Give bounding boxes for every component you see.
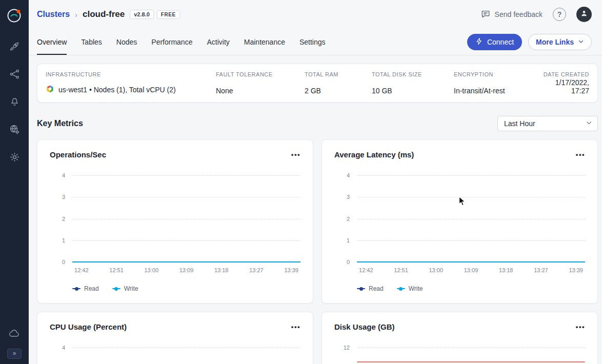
tab-performance[interactable]: Performance bbox=[151, 29, 192, 55]
chart-title: Disk Usage (GB) bbox=[334, 322, 395, 331]
info-col-3: TOTAL DISK SIZE10 GB bbox=[372, 71, 454, 95]
y-tick-label: 0 bbox=[347, 259, 350, 265]
info-label: FAULT TOLERANCE bbox=[216, 71, 305, 77]
breadcrumb-clusters-link[interactable]: Clusters bbox=[37, 10, 70, 19]
x-tick-label: 13:09 bbox=[179, 267, 194, 273]
info-value-text: 10 GB bbox=[372, 87, 392, 95]
legend-item-read[interactable]: Read bbox=[357, 285, 384, 292]
chart-plot bbox=[357, 175, 585, 262]
logo-icon[interactable] bbox=[6, 7, 23, 24]
info-value: 10 GB bbox=[372, 87, 454, 95]
network-icon[interactable] bbox=[4, 64, 25, 84]
info-value: us-west1 • Nodes (1), Total vCPU (2) bbox=[46, 85, 216, 95]
chart-card-3: Disk Usage (GB)•••03691212:4212:5113:001… bbox=[322, 312, 598, 364]
tab-tables[interactable]: Tables bbox=[81, 29, 102, 55]
legend-marker-icon bbox=[397, 288, 405, 289]
info-label: INFRASTRUCTURE bbox=[46, 71, 216, 77]
legend-dot-icon bbox=[114, 287, 118, 291]
gridline bbox=[72, 348, 300, 348]
chart-card-header: Disk Usage (GB)••• bbox=[334, 322, 585, 331]
chart-card-header: CPU Usage (Percent)••• bbox=[50, 322, 300, 331]
chart-legend: ReadWrite bbox=[357, 285, 423, 292]
key-metrics-title: Key Metrics bbox=[37, 119, 83, 128]
send-feedback-label: Send feedback bbox=[495, 10, 543, 18]
tab-overview[interactable]: Overview bbox=[37, 29, 67, 55]
legend-label: Read bbox=[369, 285, 384, 292]
chart-menu-button[interactable]: ••• bbox=[576, 151, 585, 158]
legend-item-read[interactable]: Read bbox=[72, 285, 99, 292]
send-feedback-button[interactable]: Send feedback bbox=[480, 9, 543, 21]
time-range-select[interactable]: Last Hour bbox=[497, 116, 598, 131]
breadcrumb-separator-icon: › bbox=[75, 10, 77, 19]
x-axis-labels: 12:4212:5113:0013:0913:1813:2713:39 bbox=[357, 267, 585, 274]
cluster-name: cloud-free bbox=[83, 9, 125, 19]
info-value-text: us-west1 • Nodes (1), Total vCPU (2) bbox=[58, 86, 176, 94]
chevron-down-icon bbox=[586, 119, 592, 128]
connect-button[interactable]: Connect bbox=[467, 34, 522, 50]
info-value: 1/17/2022, 17:27 bbox=[540, 78, 589, 95]
x-tick-label: 13:00 bbox=[429, 267, 444, 273]
legend-dot-icon bbox=[399, 287, 403, 291]
chart-title: Operations/Sec bbox=[50, 150, 106, 159]
y-axis-labels: 01234 bbox=[47, 175, 70, 262]
cluster-info-card: INFRASTRUCTUREus-west1 • Nodes (1), Tota… bbox=[37, 64, 598, 103]
connect-label: Connect bbox=[487, 38, 514, 46]
more-links-button[interactable]: More Links bbox=[528, 34, 592, 50]
help-button[interactable]: ? bbox=[553, 8, 566, 21]
y-tick-label: 12 bbox=[344, 345, 350, 351]
user-icon bbox=[580, 9, 588, 19]
gridline bbox=[357, 240, 585, 241]
charts-grid: Operations/Sec•••0123412:4212:5113:0013:… bbox=[37, 139, 598, 364]
legend-label: Read bbox=[84, 285, 99, 292]
main-area: Clusters › cloud-free v2.8.0 FREE Send f… bbox=[29, 0, 602, 364]
y-tick-label: 2 bbox=[62, 216, 65, 222]
series-line-series bbox=[357, 361, 585, 362]
info-value-text: In-transit/At-rest bbox=[454, 87, 505, 95]
gridline bbox=[72, 240, 300, 241]
tab-nodes[interactable]: Nodes bbox=[116, 29, 137, 55]
key-metrics-header: Key Metrics Last Hour bbox=[37, 116, 598, 131]
x-axis-labels: 12:4212:5113:0013:0913:1813:2713:39 bbox=[72, 267, 300, 274]
bell-icon[interactable] bbox=[4, 91, 25, 112]
tab-actions: Connect More Links bbox=[467, 29, 592, 55]
legend-item-write[interactable]: Write bbox=[397, 285, 423, 292]
y-tick-label: 1 bbox=[347, 237, 350, 244]
expand-icon[interactable]: » bbox=[7, 349, 22, 359]
time-range-value: Last Hour bbox=[504, 119, 535, 128]
app-root: » Clusters › cloud-free v2.8.0 FREE Send… bbox=[0, 0, 602, 364]
chart-menu-button[interactable]: ••• bbox=[291, 323, 300, 330]
topbar-actions: Send feedback ? bbox=[480, 7, 592, 22]
y-tick-label: 0 bbox=[62, 259, 65, 265]
gcp-icon bbox=[46, 85, 54, 95]
cloud-icon[interactable] bbox=[4, 323, 25, 343]
gridline bbox=[72, 175, 300, 176]
chart-menu-button[interactable]: ••• bbox=[291, 151, 300, 158]
question-mark-icon: ? bbox=[557, 10, 562, 18]
feedback-icon bbox=[480, 9, 491, 21]
sidebar: » bbox=[0, 0, 29, 364]
info-col-1: FAULT TOLERANCENone bbox=[216, 71, 305, 95]
gear-icon[interactable] bbox=[4, 147, 25, 167]
y-tick-label: 4 bbox=[62, 172, 65, 178]
info-value-text: 1/17/2022, 17:27 bbox=[540, 78, 589, 95]
tab-activity[interactable]: Activity bbox=[207, 29, 229, 55]
rocket-icon[interactable] bbox=[4, 36, 25, 56]
y-axis-labels: 01234 bbox=[331, 175, 355, 262]
x-tick-label: 13:39 bbox=[284, 267, 298, 273]
x-tick-label: 12:42 bbox=[74, 267, 89, 273]
legend-label: Write bbox=[409, 285, 423, 292]
legend-dot-icon bbox=[359, 287, 363, 291]
legend-item-write[interactable]: Write bbox=[112, 285, 138, 292]
chart-menu-button[interactable]: ••• bbox=[576, 323, 585, 330]
x-tick-label: 13:39 bbox=[569, 267, 583, 273]
tab-maintenance[interactable]: Maintenance bbox=[244, 29, 285, 55]
y-tick-label: 3 bbox=[62, 194, 65, 200]
y-tick-label: 2 bbox=[347, 216, 350, 222]
globe-gear-icon[interactable] bbox=[4, 119, 25, 139]
legend-label: Write bbox=[124, 285, 138, 292]
info-label: ENCRYPTION bbox=[454, 71, 540, 77]
avatar[interactable] bbox=[576, 7, 592, 22]
bolt-icon bbox=[475, 37, 483, 47]
tab-settings[interactable]: Settings bbox=[299, 29, 326, 55]
x-tick-label: 13:18 bbox=[214, 267, 229, 273]
